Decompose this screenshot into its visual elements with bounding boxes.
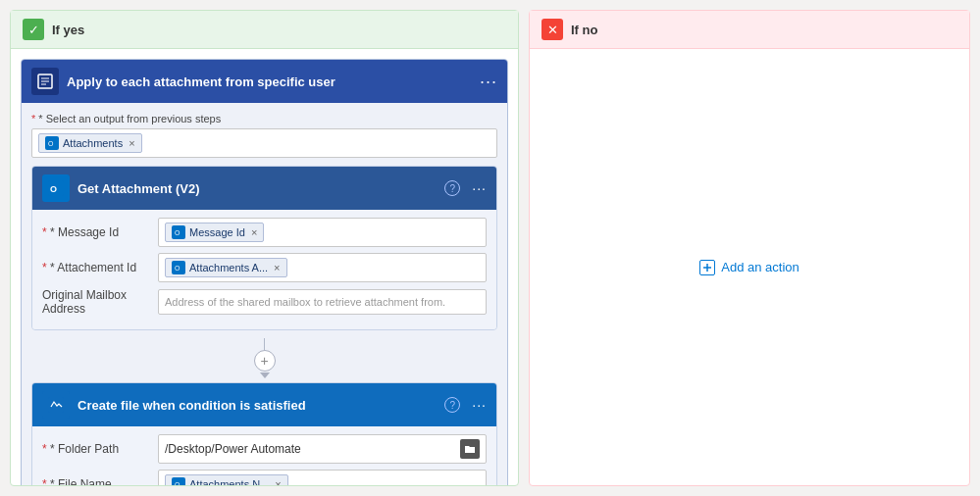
apply-each-icon (31, 68, 59, 95)
x-icon: ✕ (542, 19, 563, 40)
select-output-label: * * Select an output from previous steps (31, 113, 497, 124)
if-no-title: If no (571, 23, 597, 37)
attachment-id-label: * * Attachement Id (42, 261, 150, 274)
add-action-button[interactable]: Add an action (686, 252, 813, 283)
attachment-id-input[interactable]: O Attachments A... × (158, 253, 487, 282)
message-id-tag: O Message Id × (165, 223, 264, 242)
get-attachment-header: O Get Attachment (V2) ? ··· (32, 167, 496, 210)
create-file-header: Create file when condition is satisfied … (32, 383, 496, 426)
get-attachment-title: Get Attachment (V2) (77, 181, 437, 196)
folder-path-input[interactable]: /Desktop/Power Automate (158, 434, 487, 464)
create-file-block: Create file when condition is satisfied … (31, 382, 497, 485)
folder-path-value: /Desktop/Power Automate (165, 442, 301, 456)
fname-outlook-icon: O (172, 477, 185, 485)
file-name-label: * * File Name (42, 477, 150, 485)
connector-line-top (264, 338, 265, 350)
file-name-input[interactable]: O Attachments N... × (158, 470, 487, 485)
outlook-icon: O (45, 136, 59, 150)
create-file-help[interactable]: ? (444, 397, 460, 413)
if-yes-title: If yes (52, 23, 84, 37)
svg-text:O: O (175, 229, 181, 236)
attachments-input[interactable]: O Attachments × (31, 128, 497, 158)
if-yes-body: Apply to each attachment from specific u… (11, 49, 518, 485)
check-icon: ✓ (23, 19, 44, 40)
apply-each-more[interactable]: ··· (480, 72, 497, 92)
folder-path-row: * * Folder Path /Desktop/Power Automate (42, 434, 487, 464)
if-no-panel: ✕ If no Add an action (529, 10, 970, 486)
add-action-icon (699, 260, 715, 275)
attachments-tag: O Attachments × (38, 133, 142, 153)
apply-each-header: Apply to each attachment from specific u… (22, 60, 507, 103)
create-file-icon (42, 391, 70, 419)
create-file-more[interactable]: ··· (472, 397, 487, 413)
tag-close-msgid[interactable]: × (251, 226, 257, 238)
message-id-input[interactable]: O Message Id × (158, 218, 487, 247)
svg-text:O: O (175, 481, 181, 485)
svg-text:O: O (175, 265, 181, 272)
tag-close-fname[interactable]: × (275, 478, 281, 485)
mailbox-input[interactable]: Address of the shared mailbox to retriev… (158, 289, 487, 315)
connector-arrow (260, 372, 270, 378)
msg-outlook-icon: O (172, 225, 185, 239)
if-yes-header: ✓ If yes (11, 11, 518, 49)
folder-browse-button[interactable] (460, 439, 480, 459)
svg-text:O: O (48, 140, 54, 147)
create-file-title: Create file when condition is satisfied (77, 398, 437, 413)
attachment-id-tag: O Attachments A... × (165, 258, 287, 277)
apply-each-block: Apply to each attachment from specific u… (21, 59, 508, 485)
if-no-header: ✕ If no (530, 11, 969, 49)
mailbox-label: Original Mailbox Address (42, 288, 150, 316)
get-attachment-icon: O (42, 174, 70, 202)
tag-close-attid[interactable]: × (274, 262, 280, 273)
create-file-body: * * Folder Path /Desktop/Power Automate (32, 426, 496, 485)
if-no-body: Add an action (530, 49, 969, 485)
get-attachment-more[interactable]: ··· (472, 180, 487, 196)
get-attachment-help[interactable]: ? (444, 180, 460, 196)
if-yes-panel: ✓ If yes Apply to each attachment from s… (10, 10, 519, 486)
message-id-label: * * Message Id (42, 225, 150, 239)
apply-each-body: * * Select an output from previous steps… (22, 103, 507, 485)
get-attachment-body: * * Message Id O Message Id (32, 210, 496, 329)
mailbox-row: Original Mailbox Address Address of the … (42, 288, 487, 316)
tag-close-attachments[interactable]: × (129, 137, 134, 149)
add-action-label: Add an action (721, 260, 799, 274)
connector: + (31, 338, 497, 378)
file-name-row: * * File Name O Attachments N... (42, 470, 487, 485)
apply-each-title: Apply to each attachment from specific u… (67, 74, 472, 89)
svg-text:O: O (50, 184, 57, 194)
add-step-button[interactable]: + (254, 350, 276, 372)
att-outlook-icon: O (172, 261, 185, 274)
folder-path-label: * * Folder Path (42, 442, 150, 456)
file-name-tag: O Attachments N... × (165, 474, 288, 485)
attachment-id-row: * * Attachement Id O Attachments A... (42, 253, 487, 282)
get-attachment-block: O Get Attachment (V2) ? ··· * * (31, 166, 497, 330)
message-id-row: * * Message Id O Message Id (42, 218, 487, 247)
